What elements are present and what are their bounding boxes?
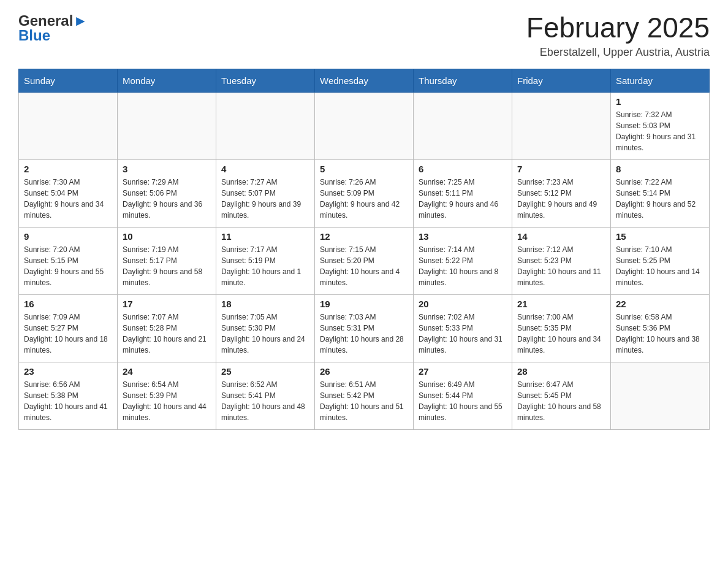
day-number: 13 [419, 231, 507, 242]
day-number: 7 [517, 164, 605, 174]
week-row-1: 1Sunrise: 7:32 AMSunset: 5:03 PMDaylight… [19, 92, 710, 159]
col-header-tuesday: Tuesday [216, 69, 315, 92]
day-info: Sunrise: 7:19 AMSunset: 5:17 PMDaylight:… [123, 244, 211, 288]
day-info: Sunrise: 7:12 AMSunset: 5:23 PMDaylight:… [517, 244, 605, 288]
calendar-cell [611, 362, 710, 429]
day-info: Sunrise: 7:22 AMSunset: 5:14 PMDaylight:… [616, 177, 704, 221]
day-number: 1 [616, 96, 704, 107]
day-info: Sunrise: 7:25 AMSunset: 5:11 PMDaylight:… [419, 177, 507, 221]
calendar-cell: 15Sunrise: 7:10 AMSunset: 5:25 PMDayligh… [611, 227, 710, 294]
day-info: Sunrise: 7:32 AMSunset: 5:03 PMDaylight:… [616, 109, 704, 153]
day-info: Sunrise: 7:05 AMSunset: 5:30 PMDaylight:… [221, 312, 309, 356]
calendar-cell [315, 92, 414, 159]
day-info: Sunrise: 7:20 AMSunset: 5:15 PMDaylight:… [24, 244, 112, 288]
col-header-monday: Monday [118, 69, 216, 92]
day-info: Sunrise: 7:02 AMSunset: 5:33 PMDaylight:… [419, 312, 507, 356]
day-number: 28 [517, 366, 605, 377]
calendar-cell: 16Sunrise: 7:09 AMSunset: 5:27 PMDayligh… [19, 294, 118, 362]
calendar-cell: 9Sunrise: 7:20 AMSunset: 5:15 PMDaylight… [19, 227, 118, 294]
col-header-wednesday: Wednesday [315, 69, 414, 92]
day-info: Sunrise: 7:07 AMSunset: 5:28 PMDaylight:… [123, 312, 211, 356]
day-number: 10 [123, 231, 211, 242]
day-info: Sunrise: 7:03 AMSunset: 5:31 PMDaylight:… [320, 312, 408, 356]
week-row-3: 9Sunrise: 7:20 AMSunset: 5:15 PMDaylight… [19, 227, 710, 294]
calendar-cell: 12Sunrise: 7:15 AMSunset: 5:20 PMDayligh… [315, 227, 414, 294]
day-number: 23 [24, 366, 112, 377]
calendar-cell: 3Sunrise: 7:29 AMSunset: 5:06 PMDaylight… [118, 159, 216, 227]
location-text: Eberstalzell, Upper Austria, Austria [526, 46, 710, 59]
calendar-cell: 4Sunrise: 7:27 AMSunset: 5:07 PMDaylight… [216, 159, 315, 227]
day-number: 21 [517, 299, 605, 309]
calendar-cell [19, 92, 118, 159]
calendar-cell: 24Sunrise: 6:54 AMSunset: 5:39 PMDayligh… [118, 362, 216, 429]
day-info: Sunrise: 7:09 AMSunset: 5:27 PMDaylight:… [24, 312, 112, 356]
day-number: 24 [123, 366, 211, 377]
col-header-saturday: Saturday [611, 69, 710, 92]
calendar-cell: 14Sunrise: 7:12 AMSunset: 5:23 PMDayligh… [512, 227, 611, 294]
calendar-cell: 1Sunrise: 7:32 AMSunset: 5:03 PMDaylight… [611, 92, 710, 159]
page-header: General► Blue February 2025 Eberstalzell… [18, 12, 710, 59]
day-info: Sunrise: 6:49 AMSunset: 5:44 PMDaylight:… [419, 379, 507, 423]
day-number: 27 [419, 366, 507, 377]
calendar-cell [512, 92, 611, 159]
day-number: 19 [320, 299, 408, 309]
day-info: Sunrise: 6:56 AMSunset: 5:38 PMDaylight:… [24, 379, 112, 423]
day-info: Sunrise: 7:14 AMSunset: 5:22 PMDaylight:… [419, 244, 507, 288]
day-number: 18 [221, 299, 309, 309]
day-number: 14 [517, 231, 605, 242]
calendar-cell: 8Sunrise: 7:22 AMSunset: 5:14 PMDaylight… [611, 159, 710, 227]
week-row-4: 16Sunrise: 7:09 AMSunset: 5:27 PMDayligh… [19, 294, 710, 362]
day-info: Sunrise: 7:30 AMSunset: 5:04 PMDaylight:… [24, 177, 112, 221]
calendar-cell: 2Sunrise: 7:30 AMSunset: 5:04 PMDaylight… [19, 159, 118, 227]
calendar-cell: 22Sunrise: 6:58 AMSunset: 5:36 PMDayligh… [611, 294, 710, 362]
day-number: 4 [221, 164, 309, 174]
logo-blue-text: Blue [18, 27, 50, 44]
calendar-cell: 19Sunrise: 7:03 AMSunset: 5:31 PMDayligh… [315, 294, 414, 362]
day-number: 15 [616, 231, 704, 242]
day-number: 16 [24, 299, 112, 309]
day-info: Sunrise: 6:47 AMSunset: 5:45 PMDaylight:… [517, 379, 605, 423]
calendar-cell: 26Sunrise: 6:51 AMSunset: 5:42 PMDayligh… [315, 362, 414, 429]
calendar-cell [216, 92, 315, 159]
calendar-cell: 7Sunrise: 7:23 AMSunset: 5:12 PMDaylight… [512, 159, 611, 227]
title-area: February 2025 Eberstalzell, Upper Austri… [526, 12, 710, 59]
col-header-sunday: Sunday [19, 69, 118, 92]
day-info: Sunrise: 7:17 AMSunset: 5:19 PMDaylight:… [221, 244, 309, 288]
calendar-table: SundayMondayTuesdayWednesdayThursdayFrid… [18, 69, 710, 430]
day-info: Sunrise: 7:00 AMSunset: 5:35 PMDaylight:… [517, 312, 605, 356]
day-info: Sunrise: 7:26 AMSunset: 5:09 PMDaylight:… [320, 177, 408, 221]
calendar-cell: 23Sunrise: 6:56 AMSunset: 5:38 PMDayligh… [19, 362, 118, 429]
col-header-thursday: Thursday [414, 69, 512, 92]
calendar-cell: 20Sunrise: 7:02 AMSunset: 5:33 PMDayligh… [414, 294, 512, 362]
month-title: February 2025 [526, 12, 710, 44]
day-info: Sunrise: 7:23 AMSunset: 5:12 PMDaylight:… [517, 177, 605, 221]
day-number: 22 [616, 299, 704, 309]
day-info: Sunrise: 6:52 AMSunset: 5:41 PMDaylight:… [221, 379, 309, 423]
calendar-cell: 18Sunrise: 7:05 AMSunset: 5:30 PMDayligh… [216, 294, 315, 362]
calendar-cell: 25Sunrise: 6:52 AMSunset: 5:41 PMDayligh… [216, 362, 315, 429]
calendar-cell: 27Sunrise: 6:49 AMSunset: 5:44 PMDayligh… [414, 362, 512, 429]
week-row-5: 23Sunrise: 6:56 AMSunset: 5:38 PMDayligh… [19, 362, 710, 429]
day-number: 5 [320, 164, 408, 174]
logo: General► Blue [18, 12, 88, 44]
day-number: 2 [24, 164, 112, 174]
day-number: 20 [419, 299, 507, 309]
day-info: Sunrise: 7:10 AMSunset: 5:25 PMDaylight:… [616, 244, 704, 288]
day-info: Sunrise: 6:51 AMSunset: 5:42 PMDaylight:… [320, 379, 408, 423]
day-info: Sunrise: 7:15 AMSunset: 5:20 PMDaylight:… [320, 244, 408, 288]
calendar-cell: 21Sunrise: 7:00 AMSunset: 5:35 PMDayligh… [512, 294, 611, 362]
calendar-cell: 11Sunrise: 7:17 AMSunset: 5:19 PMDayligh… [216, 227, 315, 294]
day-number: 25 [221, 366, 309, 377]
calendar-cell: 6Sunrise: 7:25 AMSunset: 5:11 PMDaylight… [414, 159, 512, 227]
day-number: 12 [320, 231, 408, 242]
calendar-cell [118, 92, 216, 159]
calendar-cell: 5Sunrise: 7:26 AMSunset: 5:09 PMDaylight… [315, 159, 414, 227]
day-info: Sunrise: 6:54 AMSunset: 5:39 PMDaylight:… [123, 379, 211, 423]
day-number: 8 [616, 164, 704, 174]
calendar-cell: 17Sunrise: 7:07 AMSunset: 5:28 PMDayligh… [118, 294, 216, 362]
calendar-cell: 10Sunrise: 7:19 AMSunset: 5:17 PMDayligh… [118, 227, 216, 294]
day-number: 6 [419, 164, 507, 174]
week-row-2: 2Sunrise: 7:30 AMSunset: 5:04 PMDaylight… [19, 159, 710, 227]
day-number: 17 [123, 299, 211, 309]
calendar-cell: 28Sunrise: 6:47 AMSunset: 5:45 PMDayligh… [512, 362, 611, 429]
